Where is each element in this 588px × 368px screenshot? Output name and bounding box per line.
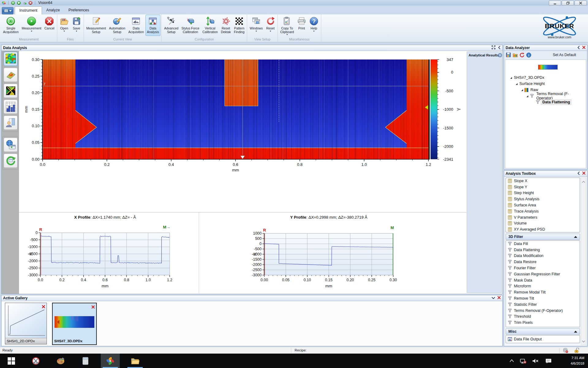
scroll-down[interactable] [582, 338, 585, 344]
gallery-item-SHS#7_3D.OPDx[interactable]: SHS#7_3D.OPDx [52, 303, 97, 345]
tree-item-terms-removal-f-operator-[interactable]: Terms Removal (F-Operator) [505, 93, 586, 99]
record-icon[interactable] [11, 1, 15, 5]
x-profile-chart[interactable]: 0.00.20.40.60.81.01.20-500-1000-1500-200… [19, 213, 198, 301]
colormap-preview[interactable] [538, 65, 558, 70]
tree-expand-icon[interactable] [515, 82, 518, 85]
set-as-default-button[interactable]: Set As Default [553, 53, 576, 57]
toolbox-item-microform[interactable]: Microform [506, 283, 580, 289]
toolbox-item-data-flattening[interactable]: Data Flattening [506, 247, 580, 253]
refresh-analyzer[interactable] [519, 52, 525, 58]
ribbon-button-single-acquisition[interactable]: Single Acquisition [2, 15, 20, 36]
ribbon-button-reset-dektak[interactable]: Reset Dektak [219, 15, 232, 36]
tree-expand-icon[interactable] [526, 94, 529, 98]
ribbon-button-vertical-calibration[interactable]: Vertical Calibration [201, 15, 219, 36]
ribbon-button-automation-setup[interactable]: Automation Setup [107, 15, 127, 36]
play-icon[interactable] [17, 1, 21, 5]
toolbox-item-v-parameters[interactable]: V Parameters [506, 214, 580, 220]
view-2d-map[interactable] [4, 84, 17, 98]
ribbon-button-measurement[interactable]: Measurement▼ [20, 15, 43, 33]
tab-preferences[interactable]: Preferences [64, 6, 93, 14]
ribbon-button-pattern-finding[interactable]: Pattern Finding [232, 15, 246, 36]
taskbar-snipping-tool[interactable] [26, 354, 45, 368]
info-analyzer[interactable]: i [526, 52, 531, 58]
tray-network[interactable] [520, 358, 526, 364]
view-color-map[interactable] [4, 52, 17, 66]
restore-button[interactable] [562, 1, 574, 6]
gallery-item-SHS#1_2D.OPDx[interactable]: SHS#1_2D.OPDx [5, 303, 47, 344]
taskbar-clock[interactable]: 7:31 AM 4/6/2018 [571, 355, 584, 366]
toolbox-item-slope-x[interactable]: Slope X [506, 178, 580, 184]
taskbar-file-explorer[interactable] [126, 354, 145, 368]
load-colormap[interactable] [513, 52, 518, 58]
toolbox-item-trim-pixels[interactable]: Trim Pixels [506, 320, 580, 326]
toolbox-item-data-fill[interactable]: Data Fill [506, 241, 580, 247]
toolbox-item-fourier-filter[interactable]: Fourier Filter [506, 265, 580, 271]
toolbox-item-trace-analysis[interactable]: Trace Analysis [506, 208, 580, 214]
scroll-up[interactable] [582, 179, 585, 184]
close-thumbnail-icon[interactable] [91, 305, 95, 310]
ribbon-button-open[interactable]: Open▼ [58, 15, 70, 33]
ribbon-button-advanced-setup[interactable]: Advanced Setup [163, 15, 180, 36]
view-3d-surface[interactable] [4, 68, 17, 82]
tab-analyze[interactable]: Analyze [42, 6, 64, 14]
export-web[interactable] [4, 138, 17, 152]
settings-gears-icon[interactable]: ⚙ [23, 1, 27, 5]
section-misc[interactable]: Misc [506, 328, 580, 335]
toolbox-item-threshold[interactable]: Threshold [506, 314, 580, 320]
toolbox-item-gaussian-regression-filter[interactable]: Gaussian Regression Filter [506, 271, 580, 277]
toolbox-item-data-file-output[interactable]: Data File Output [506, 335, 580, 343]
tray-notifications[interactable] [545, 358, 552, 364]
ribbon-button-stylus-force-calibration[interactable]: Stylus Force Calibration [180, 15, 201, 36]
database-status-icon[interactable] [563, 348, 568, 354]
tab-instrument[interactable]: Instrument [15, 6, 42, 14]
toolbox-item-xy-averaged-psd[interactable]: XY Averaged PSD [506, 226, 580, 232]
tree-expand-icon[interactable] [510, 76, 513, 79]
toolbox-item-mask-data[interactable]: Mask Data [506, 277, 580, 283]
collapse-gallery-icon[interactable] [492, 296, 495, 300]
taskbar-start-button[interactable] [2, 354, 21, 368]
ribbon-button-save[interactable]: Save▼ [70, 15, 83, 33]
save-colormap[interactable] [506, 52, 511, 58]
toolbox-item-slope-y[interactable]: Slope Y [506, 184, 580, 190]
y-profile-chart[interactable]: 0.000.050.100.150.200.250.3010005000-500… [199, 213, 466, 301]
view-report[interactable] [4, 116, 17, 130]
ribbon-button-print[interactable]: Print [296, 15, 308, 33]
taskbar-vision64[interactable] [101, 354, 120, 368]
expand-panel-icon[interactable] [492, 45, 496, 50]
toolbox-item-data-restore[interactable]: Data Restore [506, 259, 580, 265]
tray-volume[interactable] [532, 358, 539, 364]
ribbon-button-copy-to-clipboard[interactable]: Copy To Clipboard▼ [279, 15, 296, 36]
collapse-panel-icon[interactable] [498, 46, 501, 50]
toolbox-item-remove-tilt[interactable]: Remove Tilt [506, 295, 580, 301]
ribbon-button-help[interactable]: ?Help▼ [308, 15, 320, 33]
ribbon-button-data-acquisition[interactable]: Data Acquisition [127, 15, 145, 36]
collapse-analyzer-icon[interactable] [577, 46, 580, 50]
app-icon[interactable] [2, 1, 6, 5]
ribbon-button-windows[interactable]: Windows▼ [248, 15, 264, 33]
tray-expand[interactable] [509, 358, 514, 364]
toolbox-item-data-modification[interactable]: Data Modification [506, 253, 580, 259]
stop-icon[interactable] [28, 1, 32, 5]
collapse-toolbox-icon[interactable] [577, 171, 580, 176]
tree-item-surface-height[interactable]: Surface Height [505, 81, 586, 87]
surface-height-map[interactable]: 70.00.20.40.60.81.01.20.300.250.200.150.… [20, 51, 468, 196]
taskbar-calculator[interactable] [76, 354, 95, 368]
toolbox-item-remove-modal-tilt[interactable]: Remove Modal Tilt [506, 289, 580, 295]
toolbox-item-statistic-filter[interactable]: Statistic Filter [506, 301, 580, 308]
lock-status-icon[interactable] [574, 348, 580, 354]
toolbox-item-step-height[interactable]: Step Height [506, 190, 580, 196]
ribbon-button-cancel[interactable]: Cancel [43, 15, 56, 33]
toolbox-item-surface-area[interactable]: Surface Area [506, 202, 580, 208]
close-thumbnail-icon[interactable] [42, 304, 45, 310]
tree-expand-icon[interactable] [521, 88, 524, 91]
toolbox-scrollbar[interactable] [581, 178, 586, 345]
ribbon-button-reset[interactable]: Reset▼ [264, 15, 277, 33]
ribbon-button-data-analysis[interactable]: Data Analysis [145, 15, 160, 36]
toolbox-item-volume[interactable]: Volume [506, 220, 580, 227]
section-3d-filter[interactable]: 3D Filter [506, 234, 580, 240]
taskbar-paint[interactable] [51, 354, 70, 368]
tree-item-shs-7-3d-opdx[interactable]: SHS#7_3D.OPDx [505, 75, 586, 81]
close-gallery-icon[interactable] [497, 296, 501, 300]
ribbon-button-measurement-setup[interactable]: Measurement Setup [85, 15, 107, 36]
close-analyzer-icon[interactable] [582, 46, 586, 50]
